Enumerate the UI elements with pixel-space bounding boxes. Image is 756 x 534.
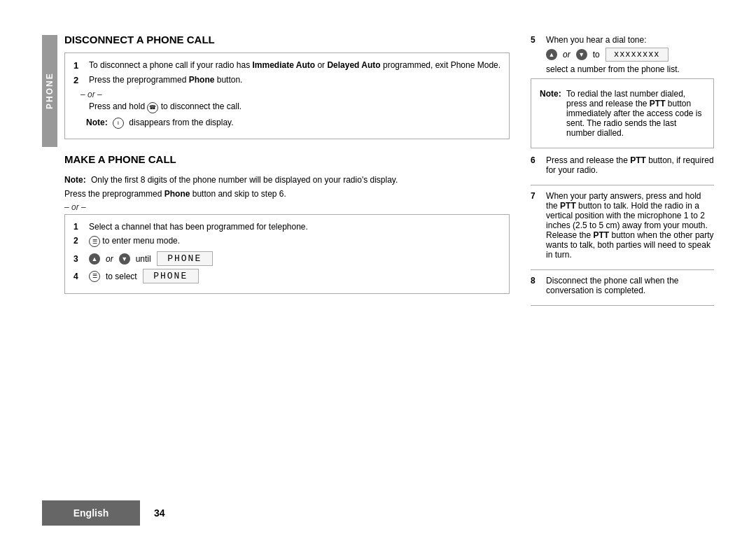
or-text-5: or bbox=[563, 50, 570, 59]
make-note-text: Only the first 8 digits of the phone num… bbox=[91, 175, 398, 185]
footer-language: English bbox=[42, 500, 140, 526]
press-hold-row: Press and hold ☎ to disconnect the call. bbox=[74, 101, 500, 113]
make-step-2: 2 ☰ to enter menu mode. bbox=[74, 236, 500, 248]
sidebar-wrapper: PHONE DISCONNECT A PHONE CALL 1 To disco… bbox=[42, 28, 510, 478]
step-5-sub: select a number from the phone list. bbox=[546, 64, 680, 74]
step-8-text: Disconnect the phone call when the conve… bbox=[546, 276, 714, 295]
right-step-6: 6 Press and release the PTT button, if r… bbox=[531, 155, 714, 175]
make-step-3: 3 ▲ or ▼ until PHONE bbox=[74, 251, 500, 266]
arrow-down-5: ▼ bbox=[576, 49, 587, 60]
make-step-1: 1 Select a channel that has been program… bbox=[74, 222, 500, 232]
step-2-content: Press the preprogrammed Phone button. bbox=[89, 75, 500, 85]
divider-7-8 bbox=[531, 269, 714, 270]
step-6-text: Press and release the PTT button, if req… bbox=[546, 155, 714, 175]
make-step-num-3: 3 bbox=[74, 254, 83, 264]
right-step-8: 8 Disconnect the phone call when the con… bbox=[531, 276, 714, 295]
make-title: MAKE A PHONE CALL bbox=[64, 153, 510, 165]
or-line-disconnect: – or – bbox=[74, 90, 500, 99]
until-text: until bbox=[136, 254, 151, 264]
divider-6-7 bbox=[531, 185, 714, 185]
step-5-icons: ▲ or ▼ to xxxxxxxx bbox=[546, 48, 680, 62]
step-num-1: 1 bbox=[74, 60, 83, 71]
or-text-3: or bbox=[106, 254, 113, 264]
page: PHONE DISCONNECT A PHONE CALL 1 To disco… bbox=[0, 0, 756, 534]
note-label-disconnect: Note: bbox=[86, 118, 110, 129]
display-phone-3: PHONE bbox=[157, 251, 213, 266]
to-text-5: to bbox=[593, 50, 600, 59]
display-xxxxxxxx: xxxxxxxx bbox=[606, 48, 668, 62]
make-steps-block: 1 Select a channel that has been program… bbox=[64, 214, 510, 295]
make-note-label: Note: bbox=[64, 175, 88, 185]
note-icon-circle: i bbox=[113, 118, 124, 129]
right-step-7: 7 When your party answers, press and hol… bbox=[531, 191, 714, 260]
make-step-num-4: 4 bbox=[74, 272, 83, 281]
make-step-2-content: ☰ to enter menu mode. bbox=[89, 236, 180, 248]
left-column: DISCONNECT A PHONE CALL 1 To disconnect … bbox=[64, 28, 510, 302]
disconnect-note: Note: i disappears from the display. bbox=[74, 118, 500, 129]
make-step-4: 4 ☰ to select PHONE bbox=[74, 269, 500, 283]
arrow-up-5: ▲ bbox=[546, 49, 557, 60]
right-note-text: To redial the last number dialed, press … bbox=[566, 89, 705, 138]
step-num-2: 2 bbox=[74, 75, 83, 85]
right-note-label: Note: bbox=[540, 89, 564, 138]
display-phone-4: PHONE bbox=[143, 269, 199, 283]
menu-icon-2: ☰ bbox=[89, 236, 100, 247]
disconnect-step-1: 1 To disconnect a phone call if your rad… bbox=[74, 60, 500, 71]
disconnect-step-2: 2 Press the preprogrammed Phone button. bbox=[74, 75, 500, 85]
note-text-disconnect: disappears from the display. bbox=[127, 118, 234, 129]
disconnect-block: 1 To disconnect a phone call if your rad… bbox=[64, 52, 510, 139]
right-note-row: Note: To redial the last number dialed, … bbox=[540, 89, 705, 138]
step-7-text: When your party answers, press and hold … bbox=[546, 191, 714, 260]
step-5-text: When you hear a dial tone: bbox=[546, 35, 680, 45]
arrow-up-icon: ▲ bbox=[89, 253, 100, 265]
step-1-content: To disconnect a phone call if your radio… bbox=[89, 60, 500, 70]
make-press-text: Press the preprogrammed Phone button and… bbox=[64, 189, 510, 199]
footer-page-number: 34 bbox=[154, 507, 165, 519]
disconnect-title: DISCONNECT A PHONE CALL bbox=[64, 34, 510, 45]
right-step-num-6: 6 bbox=[531, 155, 540, 165]
sidebar-label: PHONE bbox=[42, 35, 57, 147]
footer: English 34 bbox=[0, 492, 756, 534]
right-step-num-8: 8 bbox=[531, 276, 540, 286]
to-select-text: to select bbox=[106, 272, 137, 281]
right-note-block: Note: To redial the last number dialed, … bbox=[531, 78, 714, 148]
make-step-num-1: 1 bbox=[74, 222, 83, 232]
divider-bottom bbox=[531, 305, 714, 306]
right-step-num-7: 7 bbox=[531, 191, 540, 201]
content-area: PHONE DISCONNECT A PHONE CALL 1 To disco… bbox=[0, 0, 756, 492]
menu-icon-4: ☰ bbox=[89, 271, 100, 282]
phone-hold-icon: ☎ bbox=[147, 102, 158, 113]
arrow-down-icon: ▼ bbox=[119, 253, 130, 265]
make-step-num-2: 2 bbox=[74, 236, 83, 246]
press-hold-text: Press and hold ☎ to disconnect the call. bbox=[89, 101, 241, 113]
or-line-make: – or – bbox=[64, 202, 510, 212]
right-step-5: 5 When you hear a dial tone: ▲ or ▼ to x… bbox=[531, 35, 714, 74]
right-column: 5 When you hear a dial tone: ▲ or ▼ to x… bbox=[531, 35, 714, 478]
step-5-content: When you hear a dial tone: ▲ or ▼ to xxx… bbox=[546, 35, 680, 74]
right-step-num-5: 5 bbox=[531, 35, 540, 45]
make-step-1-text: Select a channel that has been programme… bbox=[89, 222, 308, 232]
make-note: Note: Only the first 8 digits of the pho… bbox=[64, 175, 510, 185]
